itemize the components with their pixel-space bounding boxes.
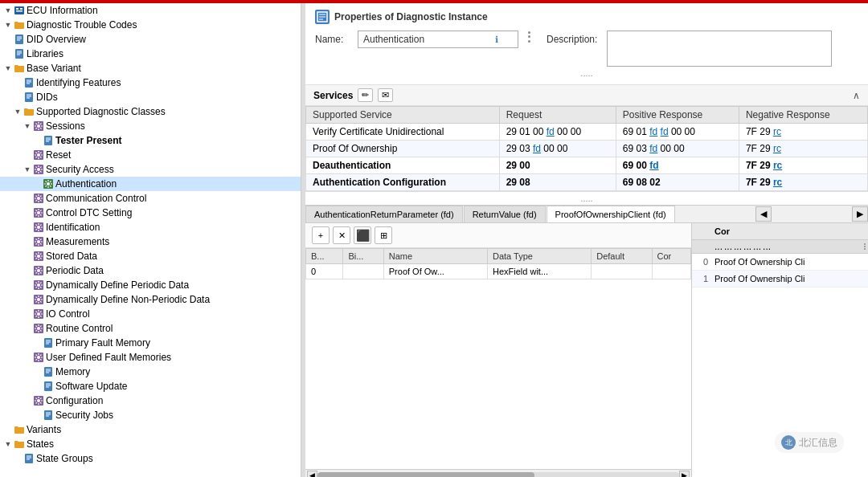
expand-icon-dids[interactable] (13, 92, 23, 102)
expand-icon-measurements[interactable] (23, 237, 32, 247)
overlay-row-0[interactable]: 0 Proof Of Ownership Cli (692, 254, 868, 271)
tab-auth-return[interactable]: AuthenticationReturnParameter (fd) (305, 206, 463, 222)
link-fd[interactable]: fd (649, 126, 657, 137)
name-input[interactable] (363, 34, 492, 45)
table-row[interactable]: Verify Certificate Unidirectional 29 01 … (306, 124, 868, 141)
link-fd[interactable]: fd (661, 126, 669, 137)
sidebar-item-user-fault[interactable]: User Defined Fault Memories (0, 350, 301, 365)
link-rc[interactable]: rc (773, 126, 781, 137)
link-fd[interactable]: fd (533, 143, 541, 154)
expand-icon-supported-classes[interactable]: ▼ (13, 107, 23, 116)
scroll-right-btn[interactable]: ▶ (679, 471, 690, 478)
table-btn[interactable]: ⊞ (375, 226, 392, 244)
expand-icon-periodic-data[interactable] (23, 266, 32, 275)
overlay-row-num-1: 1 (692, 274, 711, 283)
sidebar-item-stored-data[interactable]: Stored Data (0, 249, 301, 263)
sidebar-item-dyn-periodic[interactable]: Dynamically Define Periodic Data (0, 278, 301, 292)
expand-icon-reset[interactable] (23, 150, 32, 160)
sidebar-item-dtc[interactable]: ▼Diagnostic Trouble Codes (0, 18, 301, 32)
link-rc[interactable]: rc (773, 143, 781, 154)
expand-icon-ecu-info[interactable]: ▼ (3, 6, 13, 15)
expand-icon-base-variant[interactable]: ▼ (3, 63, 13, 73)
sidebar-item-sessions[interactable]: ▼Sessions (0, 119, 301, 133)
services-edit-btn[interactable]: ✏ (358, 88, 373, 102)
services-collapse-btn[interactable]: ∧ (853, 90, 860, 101)
sidebar-item-tester-present[interactable]: Tester Present (0, 133, 301, 148)
tab-nav-left[interactable]: ◀ (755, 206, 772, 222)
sidebar-item-states[interactable]: ▼States (0, 437, 301, 451)
description-box[interactable] (607, 31, 832, 67)
expand-icon-variants[interactable] (3, 425, 13, 434)
link-fd[interactable]: fd (649, 143, 657, 154)
link-fd[interactable]: fd (547, 126, 555, 137)
sidebar-item-variants[interactable]: Variants (0, 422, 301, 437)
expand-icon-software-update[interactable] (32, 381, 42, 391)
tab-nav-right[interactable]: ▶ (852, 206, 868, 222)
expand-icon-did-overview[interactable] (3, 35, 13, 44)
param-row[interactable]: 0 Proof Of Ow... HexField wit... (306, 264, 691, 279)
sidebar-item-routine-control[interactable]: Routine Control (0, 321, 301, 336)
table-row[interactable]: Proof Of Ownership 29 03 fd 00 00 69 03 … (306, 141, 868, 157)
sidebar-item-identification[interactable]: Identification (0, 220, 301, 234)
expand-icon-authentication[interactable] (32, 179, 42, 189)
link-rc[interactable]: rc (773, 177, 782, 188)
sidebar-item-periodic-data[interactable]: Periodic Data (0, 263, 301, 278)
tab-return-value[interactable]: ReturnValue (fd) (464, 206, 546, 222)
expand-icon-states[interactable]: ▼ (3, 439, 13, 449)
expand-icon-memory[interactable] (32, 367, 42, 377)
table-row[interactable]: Authentication Configuration 29 08 69 08… (306, 174, 868, 191)
expand-icon-stored-data[interactable] (23, 251, 32, 261)
sidebar-item-security-access[interactable]: ▼Security Access (0, 162, 301, 177)
sidebar-item-state-groups[interactable]: State Groups (0, 451, 301, 466)
expand-icon-dtc[interactable]: ▼ (3, 20, 13, 30)
expand-icon-security-access[interactable]: ▼ (23, 165, 32, 174)
sidebar-item-software-update[interactable]: Software Update (0, 379, 301, 393)
expand-icon-identifying[interactable] (13, 78, 23, 88)
sidebar-item-comm-control[interactable]: Communication Control (0, 191, 301, 206)
expand-icon-sessions[interactable]: ▼ (23, 121, 32, 131)
sidebar-item-memory[interactable]: Memory (0, 365, 301, 379)
expand-icon-dyn-periodic[interactable] (23, 280, 32, 290)
sidebar-item-ecu-info[interactable]: ▼ECU Information (0, 3, 301, 18)
sidebar-item-reset[interactable]: Reset (0, 148, 301, 162)
sidebar-item-base-variant[interactable]: ▼Base Variant (0, 61, 301, 75)
expand-icon-state-groups[interactable] (13, 454, 23, 463)
expand-icon-identification[interactable] (23, 222, 32, 232)
link-fd[interactable]: fd (649, 160, 658, 171)
sidebar-item-configuration[interactable]: Configuration (0, 393, 301, 408)
sidebar-item-dyn-nonperiodic[interactable]: Dynamically Define Non-Periodic Data (0, 292, 301, 307)
horizontal-scrollbar[interactable]: ◀ ▶ (305, 469, 691, 477)
tab-proof-ownership[interactable]: ProofOfOwnershipClient (fd) (547, 206, 675, 223)
sidebar-item-identifying[interactable]: Identifying Features (0, 75, 301, 90)
sidebar-item-supported-classes[interactable]: ▼Supported Diagnostic Classes (0, 104, 301, 119)
expand-icon-io-control[interactable] (23, 309, 32, 319)
sidebar-item-authentication[interactable]: Authentication (0, 177, 301, 191)
svg-point-16 (47, 182, 50, 186)
delete-row-btn[interactable]: ✕ (333, 226, 350, 244)
expand-icon-tester-present[interactable] (32, 136, 42, 145)
sidebar-item-control-dtc[interactable]: Control DTC Setting (0, 206, 301, 220)
sidebar-item-primary-fault[interactable]: Primary Fault Memory (0, 336, 301, 350)
expand-icon-security-jobs[interactable] (32, 410, 42, 420)
color-btn[interactable]: ⬛ (354, 226, 371, 244)
overlay-row-1[interactable]: 1 Proof Of Ownership Cli (692, 271, 868, 287)
expand-icon-user-fault[interactable] (23, 353, 32, 362)
services-mail-btn[interactable]: ✉ (378, 88, 393, 102)
table-row[interactable]: Deauthentication 29 00 69 00 fd 7F 29 rc (306, 157, 868, 174)
expand-icon-configuration[interactable] (23, 396, 32, 406)
scroll-left-btn[interactable]: ◀ (307, 471, 317, 478)
expand-icon-comm-control[interactable] (23, 194, 32, 203)
expand-icon-routine-control[interactable] (23, 324, 32, 333)
expand-icon-libraries[interactable] (3, 49, 13, 59)
expand-icon-control-dtc[interactable] (23, 208, 32, 218)
sidebar-item-io-control[interactable]: IO Control (0, 307, 301, 321)
sidebar-item-security-jobs[interactable]: Security Jobs (0, 408, 301, 422)
sidebar-item-did-overview[interactable]: DID Overview (0, 32, 301, 47)
sidebar-item-measurements[interactable]: Measurements (0, 234, 301, 249)
expand-icon-primary-fault[interactable] (32, 338, 42, 348)
expand-icon-dyn-nonperiodic[interactable] (23, 295, 32, 304)
link-rc[interactable]: rc (773, 160, 782, 171)
sidebar-item-dids[interactable]: DIDs (0, 90, 301, 104)
add-row-btn[interactable]: + (312, 226, 330, 244)
sidebar-item-libraries[interactable]: Libraries (0, 47, 301, 61)
